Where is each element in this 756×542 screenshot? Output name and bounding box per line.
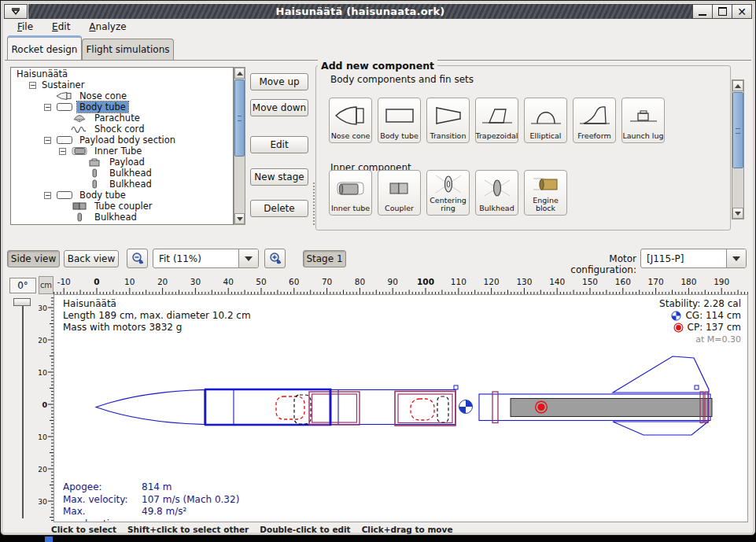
tree-item-label: Bulkhead (107, 168, 154, 179)
rotation-value: 0° (9, 278, 36, 293)
svg-text:150: 150 (582, 277, 598, 286)
rocket-info: Haisunäätä Length 189 cm, max. diameter … (63, 298, 251, 334)
zoom-in-button[interactable] (264, 249, 286, 268)
panel-scrollbar-thumb[interactable] (732, 92, 743, 168)
rocket-name: Haisunäätä (63, 298, 251, 310)
new-stage-button[interactable]: New stage (250, 168, 308, 186)
tree-expander-icon[interactable]: − (44, 192, 51, 199)
back-view-button[interactable]: Back view (64, 250, 119, 267)
component-button-elliptical[interactable]: Elliptical (524, 98, 567, 143)
tree-expander-icon[interactable]: − (59, 148, 66, 155)
hint-click-drag-to-move: Click+drag to move (362, 525, 453, 534)
rocket-mass: Mass with motors 3832 g (63, 322, 251, 334)
tree-scrollbar[interactable] (234, 67, 245, 225)
close-button[interactable]: ✕ (732, 4, 752, 19)
delete-button[interactable]: Delete (250, 200, 308, 217)
rocket-canvas[interactable]: Haisunäätä Length 189 cm, max. diameter … (53, 294, 748, 522)
component-button-freeform[interactable]: Freeform (573, 98, 616, 143)
tab-rocket-design[interactable]: Rocket design (7, 35, 82, 60)
system-menu-button[interactable] (4, 4, 28, 19)
tree-item-haisun-t[interactable]: Haisunäätä (11, 68, 233, 79)
tree-item-sustainer[interactable]: −Sustainer (11, 79, 233, 90)
bulkhead-icon (84, 168, 105, 178)
tree-item-bulkhead[interactable]: Bulkhead (11, 179, 233, 190)
component-button-label: Freeform (577, 132, 610, 140)
payload-icon (84, 157, 105, 167)
component-panel-scrollbar[interactable] (732, 79, 744, 219)
panel-scroll-up-button[interactable] (732, 80, 743, 91)
tree-item-payload[interactable]: Payload (11, 157, 233, 168)
tree-item-label: Nose cone (77, 90, 129, 101)
arrow-up-icon (237, 72, 243, 76)
hint-click-to-select: Click to select (51, 525, 116, 534)
component-button-bulkhead[interactable]: Bulkhead (475, 170, 518, 216)
mach-condition: at M=0.30 (659, 334, 741, 345)
maximize-button[interactable] (712, 4, 732, 19)
component-button-label: Nose cone (331, 132, 371, 140)
rotation-slider-handle[interactable] (13, 298, 31, 306)
tree-item-body-tube[interactable]: −Body tube (11, 190, 233, 201)
tree-item-inner-tube[interactable]: −Inner Tube (11, 146, 233, 157)
move-up-label: Move up (259, 76, 299, 87)
inner-tube-big-icon (334, 171, 368, 205)
body-tube-icon (54, 102, 75, 112)
component-button-nose-cone[interactable]: Nose cone (329, 98, 372, 143)
stability-value: Stability: 2.28 cal (659, 298, 741, 310)
stage-1-toggle-button[interactable]: Stage 1 (303, 250, 346, 267)
menu-file[interactable]: File (9, 20, 41, 34)
svg-text:-30: -30 (39, 304, 47, 312)
tab-flight-simulations[interactable]: Flight simulations (82, 39, 174, 60)
motor-configuration-combobox[interactable]: [J115-P] (640, 249, 747, 268)
tree-scroll-up-button[interactable] (234, 68, 245, 79)
tree-item-parachute[interactable]: Parachute (11, 112, 233, 124)
svg-text:100: 100 (417, 277, 434, 286)
component-button-body-tube[interactable]: Body tube (378, 98, 421, 143)
tree-item-shock-cord[interactable]: Shock cord (11, 124, 233, 135)
parachute-icon (69, 113, 90, 123)
combo-arrow-button[interactable] (726, 249, 746, 267)
magnifier-minus-icon (131, 252, 145, 266)
zoom-out-button[interactable] (127, 249, 148, 268)
tree-item-bulkhead[interactable]: Bulkhead (11, 212, 233, 223)
component-button-label: Engine block (525, 197, 566, 212)
component-button-coupler[interactable]: Coupler (378, 170, 421, 216)
component-button-inner-tube[interactable]: Inner tube (329, 170, 372, 216)
tree-item-label: Tube coupler (92, 201, 155, 212)
tree-expander-icon[interactable]: − (29, 82, 36, 89)
tree-scrollbar-thumb[interactable] (234, 79, 245, 157)
edit-button[interactable]: Edit (250, 136, 308, 153)
svg-text:160: 160 (615, 277, 631, 286)
tree-expander-icon[interactable]: − (44, 137, 51, 144)
tree-item-body-tube[interactable]: −Body tube (11, 101, 233, 112)
panel-scroll-down-button[interactable] (732, 208, 743, 219)
svg-text:180: 180 (680, 277, 696, 286)
tree-expander-icon[interactable]: − (44, 104, 51, 111)
menu-edit[interactable]: Edit (44, 20, 78, 34)
zoom-level-combobox[interactable]: Fit (11%) (153, 249, 259, 268)
tree-scroll-down-button[interactable] (234, 213, 245, 224)
hint-shift-click-to-select-other: Shift+click to select other (127, 525, 249, 534)
rotation-slider-track[interactable] (22, 301, 24, 518)
menu-analyze[interactable]: Analyze (81, 20, 134, 34)
tree-item-nose-cone[interactable]: Nose cone (11, 90, 233, 101)
title-stripes[interactable]: Haisunäätä (haisunaata.ork) (28, 4, 692, 19)
minimize-button[interactable] (692, 4, 713, 19)
component-button-label: Coupler (385, 205, 414, 212)
svg-text:0: 0 (94, 277, 99, 286)
desktop-accent (45, 536, 53, 542)
component-button-trapezoidal[interactable]: Trapezoidal (475, 98, 518, 143)
move-up-button[interactable]: Move up (250, 73, 308, 90)
combo-arrow-button[interactable] (238, 249, 258, 267)
component-button-launch-lug[interactable]: Launch lug (621, 98, 665, 143)
component-button-transition[interactable]: Transition (426, 98, 470, 143)
side-view-button[interactable]: Side view (7, 250, 60, 267)
scroll-grip-icon (736, 128, 740, 134)
tree-item-bulkhead[interactable]: Bulkhead (11, 168, 233, 179)
tree-item-tube-coupler[interactable]: Tube coupler (11, 201, 233, 212)
side-view-label: Side view (11, 253, 56, 264)
tree-item-payload-body-section[interactable]: −Payload body section (11, 135, 233, 146)
flight-stat-apogee: Apogee:814 m (63, 481, 239, 494)
move-down-button[interactable]: Move down (250, 99, 308, 116)
component-button-engine-block[interactable]: Engine block (524, 170, 567, 216)
component-button-centering-ring[interactable]: Centering ring (426, 170, 470, 216)
